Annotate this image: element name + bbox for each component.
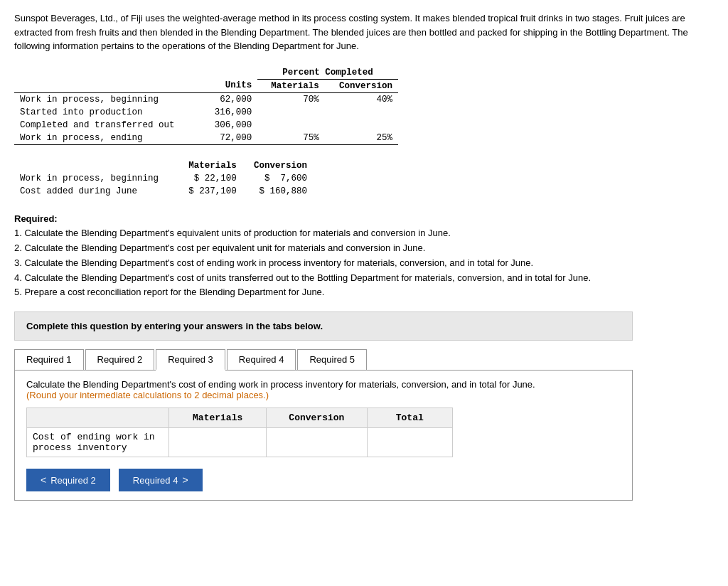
- tab-required-2[interactable]: Required 2: [85, 349, 155, 370]
- required-section: Required: 1. Calculate the Blending Depa…: [14, 212, 714, 301]
- cost-table-section: Materials Conversion Work in process, be…: [14, 159, 714, 198]
- tabs-row: Required 1 Required 2 Required 3 Require…: [14, 349, 633, 371]
- tab-description-note: (Round your intermediate calculations to…: [26, 390, 269, 400]
- prev-button[interactable]: < Required 2: [26, 469, 110, 491]
- row-wip-end-materials: 75%: [257, 132, 325, 145]
- prev-arrow: <: [41, 474, 46, 486]
- materials-input[interactable]: [169, 434, 266, 452]
- required-item-5: 5. Prepare a cost reconciliation report …: [14, 285, 714, 300]
- row-label: Cost of ending work in process inventory: [27, 428, 169, 457]
- materials-cell[interactable]: [169, 428, 267, 457]
- tab-description: Calculate the Blending Department's cost…: [26, 379, 621, 400]
- required-item-2: 2. Calculate the Blending Department's c…: [14, 241, 714, 256]
- required-item-3: 3. Calculate the Blending Department's c…: [14, 256, 714, 271]
- col-units-header: Units: [203, 79, 258, 92]
- cost-added-label: Cost added during June: [14, 185, 178, 198]
- complete-box: Complete this question by entering your …: [14, 311, 633, 341]
- required-item-4: 4. Calculate the Blending Department's c…: [14, 271, 714, 286]
- row-wip-end-conversion: 25%: [325, 132, 398, 145]
- tabs-container: Required 1 Required 2 Required 3 Require…: [14, 349, 633, 501]
- row-started-units: 316,000: [203, 106, 258, 119]
- prev-label: Required 2: [50, 475, 96, 486]
- conversion-cell[interactable]: [267, 428, 367, 457]
- next-label: Required 4: [133, 475, 178, 486]
- answer-col-conversion: Conversion: [267, 408, 367, 428]
- cost-wip-begin-label: Work in process, beginning: [14, 172, 178, 185]
- row-wip-begin-label: Work in process, beginning: [14, 92, 203, 106]
- tab-required-1[interactable]: Required 1: [14, 349, 84, 370]
- cost-col-conversion-header: Conversion: [242, 159, 313, 172]
- tab-description-main: Calculate the Blending Department's cost…: [26, 379, 535, 390]
- row-wip-end-label: Work in process, ending: [14, 132, 203, 145]
- row-completed-label: Completed and transferred out: [14, 119, 203, 132]
- required-heading: Required:: [14, 213, 58, 224]
- conversion-input[interactable]: [267, 434, 366, 452]
- answer-table: Materials Conversion Total Cost of endin…: [26, 407, 453, 457]
- tab-required-5[interactable]: Required 5: [297, 349, 367, 370]
- units-table-section: Percent Completed Units Materials Conver…: [14, 66, 714, 145]
- nav-buttons: < Required 2 Required 4 >: [26, 469, 621, 491]
- row-started-label: Started into production: [14, 106, 203, 119]
- col-conversion-header: Conversion: [325, 79, 398, 92]
- required-item-1: 1. Calculate the Blending Department's e…: [14, 226, 714, 241]
- answer-col-total: Total: [367, 408, 453, 428]
- total-input[interactable]: [368, 434, 453, 452]
- tab-required-4[interactable]: Required 4: [227, 349, 296, 370]
- table-row: Cost of ending work in process inventory: [27, 428, 453, 457]
- total-cell[interactable]: [367, 428, 453, 457]
- row-wip-begin-materials: 70%: [257, 92, 325, 106]
- percent-completed-header: Percent Completed: [257, 66, 398, 80]
- cost-added-conversion: $ 160,880: [242, 185, 313, 198]
- row-wip-end-units: 72,000: [203, 132, 258, 145]
- intro-paragraph: Sunspot Beverages, Ltd., of Fiji uses th…: [14, 11, 714, 53]
- row-wip-begin-units: 62,000: [203, 92, 258, 106]
- answer-col-materials: Materials: [169, 408, 267, 428]
- next-button[interactable]: Required 4 >: [119, 469, 203, 491]
- tab-required-3[interactable]: Required 3: [156, 349, 225, 371]
- next-arrow: >: [182, 474, 188, 486]
- complete-box-text: Complete this question by entering your …: [26, 321, 323, 331]
- tab-content-area: Calculate the Blending Department's cost…: [14, 371, 633, 501]
- cost-added-materials: $ 237,100: [178, 185, 242, 198]
- col-materials-header: Materials: [257, 79, 325, 92]
- cost-wip-begin-materials: $ 22,100: [178, 172, 242, 185]
- row-completed-units: 306,000: [203, 119, 258, 132]
- cost-col-materials-header: Materials: [178, 159, 242, 172]
- row-wip-begin-conversion: 40%: [325, 92, 398, 106]
- answer-col-blank: [27, 408, 169, 428]
- cost-wip-begin-conversion: $ 7,600: [242, 172, 313, 185]
